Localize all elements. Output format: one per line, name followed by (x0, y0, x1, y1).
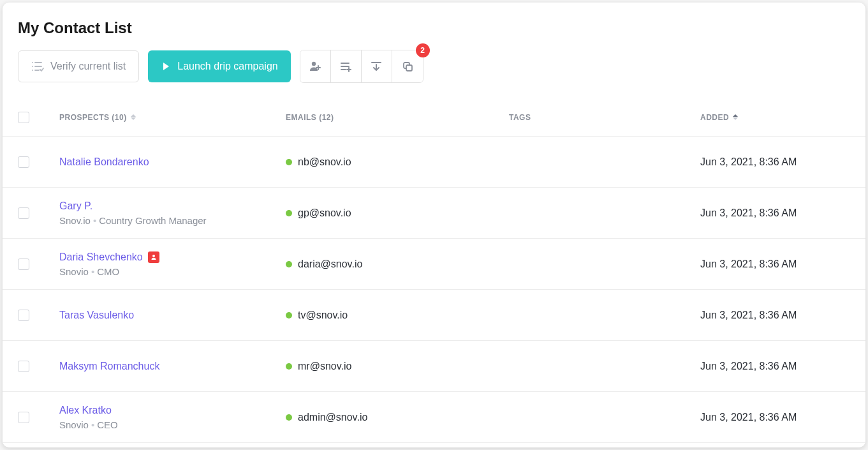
prospect-company: Snovio (59, 419, 89, 430)
col-prospects-label: PROSPECTS (10) (59, 113, 127, 122)
email-text: daria@snov.io (298, 259, 362, 270)
copy-icon (401, 60, 414, 73)
prospect-role: CMO (97, 266, 119, 277)
svg-point-2 (32, 66, 33, 67)
table-row: Taras Vasulenkotv@snov.ioJun 3, 2021, 8:… (3, 290, 865, 341)
page-title: My Contact List (18, 19, 850, 37)
sort-icon[interactable] (131, 114, 136, 120)
added-cell: Jun 3, 2021, 8:36 AM (700, 310, 850, 321)
email-status-dot (286, 261, 292, 267)
import-down-icon (370, 60, 383, 73)
list-plus-icon (339, 60, 352, 73)
row-checkbox[interactable] (18, 207, 29, 219)
prospect-name-link[interactable]: Daria Shevchenko (59, 251, 143, 263)
prospect-meta: Snov.io•Country Growth Manager (59, 215, 286, 226)
table-row: Maksym Romanchuckmr@snov.ioJun 3, 2021, … (3, 341, 865, 392)
email-text: nb@snov.io (298, 156, 351, 168)
svg-point-6 (312, 62, 316, 66)
import-button[interactable] (362, 50, 392, 82)
sort-icon[interactable] (733, 114, 738, 120)
email-text: mr@snov.io (298, 361, 351, 372)
person-plus-icon (309, 60, 321, 73)
verify-button-label: Verify current list (50, 61, 126, 72)
svg-rect-17 (406, 65, 412, 71)
added-cell: Jun 3, 2021, 8:36 AM (700, 207, 850, 219)
col-emails-label: EMAILS (12) (286, 113, 334, 122)
added-cell: Jun 3, 2021, 8:36 AM (700, 156, 850, 168)
email-status-dot (286, 414, 292, 421)
table-row: Natalie Bondarenkonb@snov.ioJun 3, 2021,… (3, 137, 865, 188)
row-checkbox[interactable] (18, 259, 29, 270)
email-status-dot (286, 210, 292, 216)
table-row: Daria ShevchenkoSnovio•CMOdaria@snov.ioJ… (3, 239, 865, 290)
prospect-name-link[interactable]: Alex Kratko (59, 405, 112, 416)
row-checkbox[interactable] (18, 156, 29, 168)
verify-list-button[interactable]: Verify current list (18, 50, 139, 82)
contact-card-icon (148, 251, 159, 263)
action-icon-group (300, 50, 423, 83)
added-cell: Jun 3, 2021, 8:36 AM (700, 361, 850, 372)
app-container: My Contact List Verify current list (3, 3, 865, 447)
prospect-company: Snov.io (59, 215, 91, 226)
email-status-dot (286, 312, 292, 319)
table-header: PROSPECTS (10) EMAILS (12) TAGS ADDED (3, 98, 865, 137)
add-person-button[interactable] (300, 50, 331, 82)
svg-point-4 (32, 70, 33, 71)
launch-campaign-button[interactable]: Launch drip campaign (148, 50, 290, 82)
row-checkbox[interactable] (18, 361, 29, 372)
header: My Contact List Verify current list (3, 3, 865, 83)
svg-point-0 (32, 62, 33, 63)
toolbar: Verify current list Launch drip campaign (18, 50, 850, 83)
prospect-name-link[interactable]: Gary P. (59, 200, 92, 212)
added-cell: Jun 3, 2021, 8:36 AM (700, 259, 850, 270)
prospect-role: Country Growth Manager (99, 215, 206, 226)
add-to-list-button[interactable] (331, 50, 362, 82)
table-row: Gary P.Snov.io•Country Growth Managergp@… (3, 188, 865, 239)
email-text: gp@snov.io (298, 207, 351, 219)
added-cell: Jun 3, 2021, 8:36 AM (700, 412, 850, 423)
row-checkbox[interactable] (18, 412, 29, 423)
email-text: tv@snov.io (298, 310, 348, 321)
prospect-company: Snovio (59, 266, 89, 277)
launch-button-label: Launch drip campaign (177, 61, 277, 72)
prospect-name-link[interactable]: Natalie Bondarenko (59, 156, 149, 168)
rows-container: Natalie Bondarenkonb@snov.ioJun 3, 2021,… (3, 137, 865, 443)
prospect-meta: Snovio•CMO (59, 266, 286, 277)
list-check-icon (31, 61, 44, 72)
email-text: admin@snov.io (298, 412, 367, 423)
action-group-wrapper: 2 (300, 50, 423, 83)
prospect-meta: Snovio•CEO (59, 419, 286, 430)
row-checkbox[interactable] (18, 310, 29, 321)
prospect-name-link[interactable]: Maksym Romanchuck (59, 361, 159, 372)
prospect-role: CEO (97, 419, 118, 430)
table-row: Alex KratkoSnovio•CEOadmin@snov.ioJun 3,… (3, 392, 865, 443)
select-all-checkbox[interactable] (18, 112, 29, 123)
col-tags-label: TAGS (509, 113, 531, 122)
svg-point-18 (152, 255, 155, 257)
prospect-name-link[interactable]: Taras Vasulenko (59, 310, 134, 321)
email-status-dot (286, 363, 292, 370)
play-icon (161, 61, 171, 71)
table: PROSPECTS (10) EMAILS (12) TAGS ADDED (3, 98, 865, 443)
col-added-label: ADDED (700, 113, 729, 122)
email-status-dot (286, 159, 292, 165)
notification-badge: 2 (416, 43, 430, 57)
